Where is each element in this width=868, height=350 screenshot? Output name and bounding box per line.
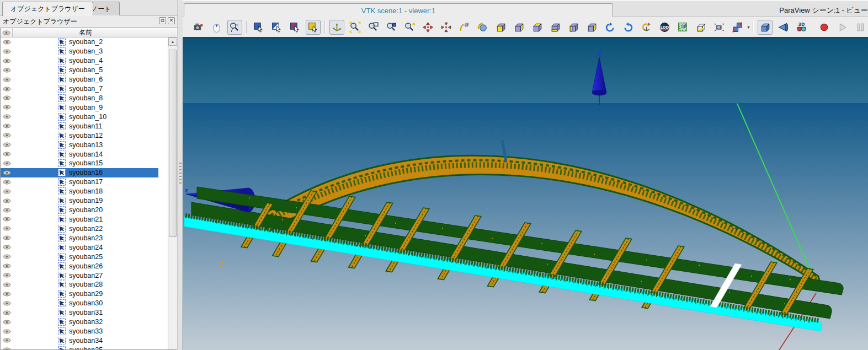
visibility-eye-icon[interactable] (1, 68, 13, 73)
tree-row-syouban26[interactable]: syouban26 (1, 261, 158, 271)
tree-item-label[interactable]: syouban25 (67, 253, 103, 261)
record-icon[interactable] (817, 20, 832, 35)
visibility-eye-icon[interactable] (1, 58, 13, 63)
visibility-eye-icon[interactable] (1, 254, 13, 259)
visibility-eye-icon[interactable] (1, 87, 13, 91)
3d-scene[interactable]: z (183, 39, 868, 350)
tree-row-syouban17[interactable]: syouban17 (1, 177, 158, 187)
tree-item-label[interactable]: syouban11 (67, 122, 102, 130)
visibility-eye-icon[interactable] (1, 273, 13, 278)
tree-row-syouban_7[interactable]: syouban_7 (1, 84, 158, 94)
scrollbar-thumb[interactable] (169, 50, 177, 237)
tree-row-syouban_9[interactable]: syouban_9 (1, 103, 158, 112)
tree-row-syouban27[interactable]: syouban27 (1, 271, 158, 280)
graduated-axes-icon[interactable] (694, 20, 709, 35)
update-rate-icon[interactable] (712, 20, 727, 35)
rotation-point-icon[interactable] (457, 20, 472, 35)
scrollbar-up-arrow[interactable]: ▲ (168, 37, 177, 46)
tree-row-syouban_4[interactable]: syouban_4 (1, 56, 158, 66)
tree-row-syouban16[interactable]: syouban16 (1, 168, 158, 177)
global-panning-icon[interactable] (439, 20, 454, 35)
visibility-column-header[interactable] (1, 28, 13, 37)
tree-item-label[interactable]: syouban24 (67, 244, 103, 251)
tree-item-label[interactable]: syouban27 (67, 272, 103, 279)
tree-row-syouban22[interactable]: syouban22 (1, 224, 158, 233)
visibility-eye-icon[interactable] (1, 161, 13, 166)
tree-item-label[interactable]: syouban22 (67, 225, 103, 233)
tree-row-syouban_10[interactable]: syouban_10 (1, 112, 158, 121)
tree-row-syouban33[interactable]: syouban33 (1, 327, 158, 336)
preselection-icon[interactable] (227, 20, 242, 35)
visibility-eye-icon[interactable] (1, 338, 13, 343)
tree-row-syouban30[interactable]: syouban30 (1, 299, 158, 308)
visibility-eye-icon[interactable] (1, 320, 13, 325)
tree-item-label[interactable]: syouban14 (67, 150, 103, 158)
tree-item-label[interactable]: syouban13 (67, 141, 103, 149)
tree-item-label[interactable]: syouban_10 (67, 113, 106, 121)
vtk-viewport[interactable]: z (183, 37, 868, 350)
tree-item-label[interactable]: syouban31 (67, 309, 103, 316)
tree-item-label[interactable]: syouban12 (67, 132, 103, 139)
interaction-style-icon[interactable] (209, 20, 224, 35)
tree-row-syouban20[interactable]: syouban20 (1, 206, 158, 215)
select-split-icon[interactable] (269, 20, 284, 35)
tree-item-label[interactable]: syouban15 (67, 159, 103, 167)
visibility-eye-icon[interactable] (1, 142, 13, 147)
dock-close-button[interactable]: ✕ (168, 17, 175, 24)
rotate-left-icon[interactable] (603, 20, 617, 35)
select-clear-icon[interactable] (287, 20, 302, 35)
tree-item-label[interactable]: syouban26 (67, 262, 103, 270)
panel-splitter[interactable] (177, 0, 183, 350)
visibility-eye-icon[interactable] (1, 226, 13, 231)
fit-all-icon[interactable] (348, 20, 363, 35)
tree-item-label[interactable]: syouban_5 (67, 66, 103, 74)
tree-item-label[interactable]: syouban32 (67, 318, 103, 326)
tree-item-label[interactable]: syouban_7 (67, 85, 103, 93)
tree-row-syouban15[interactable]: syouban15 (1, 159, 158, 168)
tree-row-syouban_5[interactable]: syouban_5 (1, 66, 158, 75)
tree-item-label[interactable]: syouban17 (67, 178, 103, 186)
visibility-eye-icon[interactable] (1, 208, 13, 213)
tree-item-label[interactable]: syouban23 (67, 234, 103, 242)
view-top-icon[interactable] (530, 20, 545, 35)
tree-item-label[interactable]: syouban33 (67, 327, 103, 335)
tree-item-label[interactable]: syouban16 (67, 169, 103, 176)
visibility-eye-icon[interactable] (1, 347, 13, 350)
visibility-eye-icon[interactable] (1, 105, 13, 110)
view-bottom-icon[interactable] (548, 20, 563, 35)
select-area-icon[interactable] (306, 20, 321, 35)
visibility-eye-icon[interactable] (1, 170, 13, 175)
tree-item-label[interactable]: syouban_3 (67, 47, 103, 55)
rotation-icon[interactable] (475, 20, 490, 35)
tree-item-label[interactable]: syouban21 (67, 216, 103, 223)
visibility-eye-icon[interactable] (1, 40, 13, 45)
tree-item-label[interactable]: syouban_4 (67, 57, 103, 64)
pause-icon[interactable] (853, 20, 868, 35)
tree-row-syouban13[interactable]: syouban13 (1, 140, 158, 149)
maximize-dropdown[interactable]: ▼ (747, 20, 750, 35)
visibility-eye-icon[interactable] (1, 329, 13, 334)
view-right-icon[interactable] (584, 20, 599, 35)
tree-row-syouban_2[interactable]: syouban_2 (1, 37, 158, 47)
scaling-icon[interactable] (675, 20, 690, 35)
tree-row-syouban35[interactable]: syouban35 (1, 345, 158, 350)
visibility-eye-icon[interactable] (1, 114, 13, 119)
rotate-right-icon[interactable] (621, 20, 636, 35)
tab-paraview-scene[interactable]: ParaView シーン:1 - ビュー (614, 3, 868, 18)
lod-icon[interactable]: LOD (657, 20, 672, 35)
tree-item-label[interactable]: syouban18 (67, 187, 103, 195)
tree-item-label[interactable]: syouban19 (67, 197, 103, 204)
tree-item-label[interactable]: syouban_6 (67, 76, 103, 83)
tree-row-syouban14[interactable]: syouban14 (1, 149, 158, 159)
tree-row-syouban32[interactable]: syouban32 (1, 317, 158, 327)
tree-row-syouban29[interactable]: syouban29 (1, 289, 158, 299)
select-box-icon[interactable] (251, 20, 266, 35)
tree-item-label[interactable]: syouban_9 (67, 104, 103, 111)
visibility-eye-icon[interactable] (1, 282, 13, 287)
orthographic-icon[interactable] (758, 20, 773, 35)
visibility-eye-icon[interactable] (1, 77, 13, 82)
tree-item-label[interactable]: syouban28 (67, 281, 103, 288)
tree-row-syouban_6[interactable]: syouban_6 (1, 75, 158, 84)
maximize-view-icon[interactable] (730, 20, 745, 35)
tree-item-label[interactable]: syouban_8 (67, 94, 103, 102)
